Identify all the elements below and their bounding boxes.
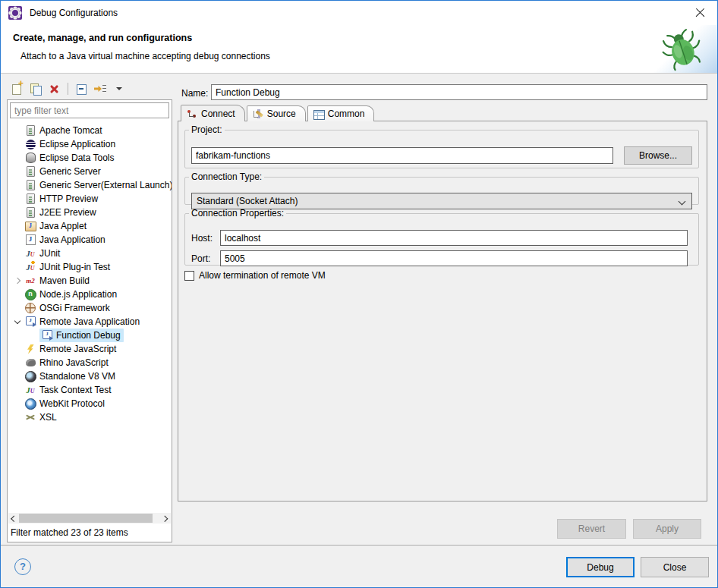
chevron-spacer [12,262,23,272]
header-title: Create, manage, and run configurations [13,33,192,43]
common-icon [313,109,324,119]
tree-item-content: Rhino JavaScript [23,356,112,369]
tree-item-label: Java Application [39,234,105,245]
chevron-spacer [12,221,23,231]
connection-properties-group: Connection Properties: Host: Port: [184,208,699,266]
tree-item-label: Rhino JavaScript [39,357,109,368]
revert-button[interactable]: Revert [557,519,626,539]
tree-item-rhino-javascript[interactable]: Rhino JavaScript [8,356,172,369]
debug-button[interactable]: Debug [566,557,635,577]
scroll-right-icon[interactable] [160,513,171,524]
horizontal-scrollbar [8,513,171,524]
junit-plugin-icon [24,261,36,273]
chevron-spacer [12,303,23,313]
tree-item-java-application[interactable]: Java Application [8,233,172,247]
connection-type-select[interactable]: Standard (Socket Attach) [191,193,692,209]
chevron-spacer [12,166,23,177]
tree-item-eclipse-data-tools[interactable]: Eclipse Data Tools [8,151,172,165]
tab-label: Common [328,108,365,119]
connect-tab-panel: Project: Browse... Connection Type: Stan… [178,121,707,502]
tree-item-label: Function Debug [56,330,121,341]
chevron-spacer [12,289,23,300]
tree-item-j2ee-preview[interactable]: J2EE Preview [8,206,172,219]
tree-item-webkit-protocol[interactable]: WebKit Protocol [8,397,172,410]
tree-item-label: J2EE Preview [39,207,96,218]
tree-item-content: J2EE Preview [23,206,99,219]
tree-item-task-context-test[interactable]: Task Context Test [8,383,172,397]
scroll-left-icon[interactable] [8,513,19,524]
tree-item-node-js-application[interactable]: Node.js Application [8,288,172,301]
duplicate-button[interactable] [27,80,44,97]
bug-graphic [647,25,717,73]
tree-item-remote-javascript[interactable]: Remote JavaScript [8,342,172,356]
tab-source[interactable]: Source [247,105,306,121]
filter-input[interactable] [10,102,169,118]
tree-item-apache-tomcat[interactable]: Apache Tomcat [8,124,172,137]
allow-termination-label: Allow termination of remote VM [199,270,326,281]
tree-item-content: JUnit [23,247,63,260]
remote-java-icon [41,329,53,341]
chevron-collapsed-icon[interactable] [12,275,23,286]
tree-item-label: OSGi Framework [39,303,110,313]
tree-item-function-debug[interactable]: Function Debug [8,329,172,342]
sidebar-toolbar [8,80,128,98]
server-icon [24,165,36,178]
tree-item-content: Function Debug [39,329,124,342]
delete-button[interactable] [46,80,63,97]
tree-item-content: Remote Java Application [23,315,143,329]
tree-item-label: Standalone V8 VM [39,371,115,382]
tree-item-label: Generic Server(External Launch) [39,180,172,190]
tree-item-junit-plug-in-test[interactable]: JUnit Plug-in Test [8,260,172,274]
menu-dropdown-button[interactable] [111,80,128,97]
header-subtitle: Attach to a Java virtual machine accepti… [20,51,270,61]
project-input[interactable] [191,147,613,164]
tree-item-label: Maven Build [39,275,90,286]
tree-item-label: WebKit Protocol [39,398,105,409]
allow-termination-checkbox[interactable] [184,271,194,281]
java-applet-icon [24,220,36,232]
tree-item-java-applet[interactable]: Java Applet [8,219,172,233]
tab-common[interactable]: Common [307,105,375,121]
window-close-button[interactable] [690,4,710,22]
tree-item-junit[interactable]: JUnit [8,247,172,260]
bottom-separator [1,545,717,546]
server-icon [24,193,36,205]
tree-item-generic-server[interactable]: Generic Server [8,165,172,178]
filter-status: Filter matched 23 of 23 items [8,524,172,542]
allow-termination-row: Allow termination of remote VM [184,270,326,281]
app-gear-icon [8,6,22,20]
tree-item-generic-server-external-launch[interactable]: Generic Server(External Launch) [8,178,172,192]
filter-button[interactable] [92,80,109,97]
tree-item-http-preview[interactable]: HTTP Preview [8,192,172,206]
close-button[interactable]: Close [641,557,709,577]
tree-item-eclipse-application[interactable]: Eclipse Application [8,137,172,151]
tree-item-osgi-framework[interactable]: OSGi Framework [8,301,172,315]
config-tree: Apache TomcatEclipse ApplicationEclipse … [8,121,172,513]
tree-item-xsl[interactable]: XSL [8,410,172,424]
browse-button[interactable]: Browse... [624,146,692,165]
connection-type-legend: Connection Type: [189,171,264,182]
host-input[interactable] [220,230,688,246]
apply-button[interactable]: Apply [633,519,701,539]
chevron-expanded-icon[interactable] [12,316,23,327]
help-button[interactable]: ? [14,558,31,575]
tree-item-maven-build[interactable]: Maven Build [8,274,172,288]
new-configuration-button[interactable] [8,80,25,97]
scrollbar-thumb[interactable] [19,514,153,523]
name-label: Name: [181,88,208,99]
chevron-spacer [12,180,23,190]
tree-item-standalone-v8-vm[interactable]: Standalone V8 VM [8,369,172,383]
name-input[interactable] [211,84,707,100]
tree-item-content: Eclipse Application [23,137,118,151]
webkit-icon [24,398,36,410]
port-input[interactable] [220,250,688,266]
collapse-all-button[interactable] [73,80,90,97]
tree-item-label: Java Applet [39,221,87,231]
task-context-icon [24,384,36,396]
tree-item-label: Remote Java Application [39,316,140,327]
toolbar-separator [68,83,68,95]
tab-connect[interactable]: Connect [181,105,245,121]
junit-icon [24,247,36,259]
tree-item-remote-java-application[interactable]: Remote Java Application [8,315,172,329]
xsl-icon [24,411,36,423]
